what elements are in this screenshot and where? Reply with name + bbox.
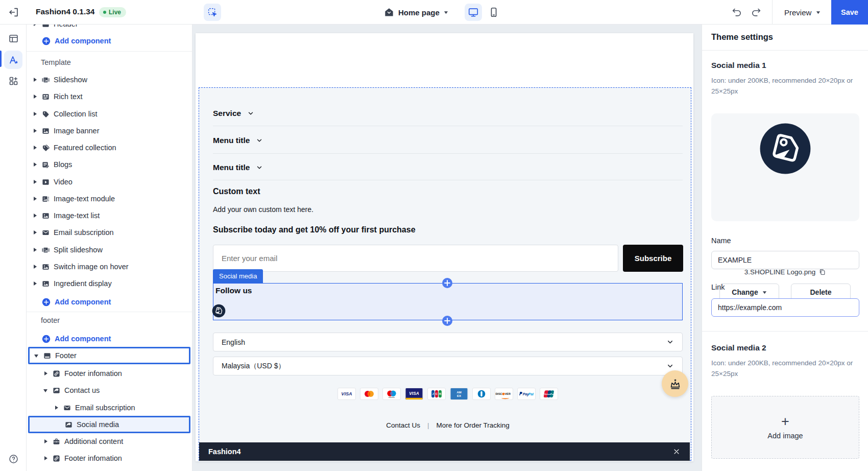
sidebar-item-switch-image-on-hover[interactable]: Switch image on hover <box>27 259 192 274</box>
caret-right-icon[interactable] <box>33 247 38 252</box>
caret-right-icon[interactable] <box>43 371 49 376</box>
sidebar-item-footer[interactable]: Footer <box>28 347 190 364</box>
sidebar-item-label: Split slideshow <box>54 246 103 254</box>
add-block-below-button[interactable] <box>442 315 453 326</box>
sidebar-item-ingredient-display[interactable]: Ingredient display <box>27 276 192 291</box>
close-icon[interactable] <box>672 448 681 456</box>
collapse-editor-button[interactable] <box>8 6 20 18</box>
svg-text:AM: AM <box>456 391 461 394</box>
footer-menu-service[interactable]: Service <box>213 106 254 121</box>
svg-text:C: C <box>436 392 438 395</box>
help-button[interactable] <box>4 450 22 468</box>
theme-design-nav-button[interactable] <box>4 51 22 69</box>
sidebar-item-featured-collection[interactable]: Featured collection <box>27 140 192 155</box>
shopline-logo-social-icon[interactable] <box>212 304 226 318</box>
divider <box>702 331 868 332</box>
rewards-widget-button[interactable] <box>662 370 688 397</box>
add-block-above-button[interactable] <box>442 277 453 289</box>
sidebar-item-slideshow[interactable]: Slideshow <box>27 72 192 87</box>
caret-right-icon[interactable] <box>33 162 38 167</box>
caret-right-icon[interactable] <box>33 25 38 27</box>
help-icon <box>8 454 19 464</box>
caret-down-icon[interactable] <box>34 353 39 358</box>
divider <box>27 312 192 312</box>
mobile-view-button[interactable] <box>485 4 502 21</box>
preview-button[interactable]: Preview <box>784 6 821 19</box>
sidebar-item-blogs[interactable]: Blogs <box>27 157 192 172</box>
caret-right-icon[interactable] <box>43 439 49 444</box>
country-currency-select[interactable]: Malaysia（USD $） <box>213 357 683 375</box>
caret-right-icon[interactable] <box>33 196 38 201</box>
add-component-button[interactable]: Add component <box>27 33 192 49</box>
caret-right-icon[interactable] <box>33 264 38 269</box>
caret-right-icon[interactable] <box>33 111 38 116</box>
name-input[interactable] <box>711 251 859 269</box>
sidebar-item-email-subscription[interactable]: Email subscription <box>27 225 192 240</box>
sidebar-item-contact-us[interactable]: Contact us <box>27 383 192 398</box>
briefcase-icon <box>53 438 60 445</box>
link-icon <box>53 370 60 378</box>
caret-right-icon[interactable] <box>33 179 38 184</box>
chevron-down-icon <box>256 164 263 171</box>
divider <box>213 126 683 126</box>
sidebar-item-header[interactable]: Header <box>27 25 192 32</box>
sidebar-item-label: Footer infomation <box>64 454 122 462</box>
caret-right-icon[interactable] <box>33 94 38 99</box>
caret-right-icon[interactable] <box>43 456 49 461</box>
plus-circle-icon <box>442 315 453 326</box>
change-button-label: Change <box>732 288 758 296</box>
subscribe-button[interactable]: Subscribe <box>623 245 683 272</box>
email-input[interactable] <box>213 245 618 272</box>
caret-right-icon[interactable] <box>33 213 38 218</box>
sidebar-item-footer-infomation[interactable]: Footer infomation <box>27 451 192 466</box>
sidebar-item-image-banner[interactable]: Image banner <box>27 123 192 138</box>
order-tracking-link[interactable]: More for Order Tracking <box>437 421 510 429</box>
sidebar-item-label: Ingredient display <box>54 279 112 288</box>
apps-nav-button[interactable] <box>4 72 22 90</box>
module-icon <box>42 195 50 203</box>
svg-text:UnionPay: UnionPay <box>544 393 554 395</box>
caret-right-icon[interactable] <box>33 281 38 286</box>
add-component-button[interactable]: Add component <box>27 294 192 310</box>
sidebar-item-image-text-list[interactable]: Image-text list <box>27 208 192 223</box>
plus-circle-icon <box>42 335 51 343</box>
add-image-dropzone[interactable]: + Add image <box>711 396 859 459</box>
sidebar-item-video[interactable]: Video <box>27 174 192 190</box>
desktop-view-button[interactable] <box>465 4 482 21</box>
sidebar-item-label: Collection list <box>54 110 97 118</box>
divider <box>213 180 683 180</box>
caret-right-icon[interactable] <box>33 145 38 150</box>
caret-right-icon[interactable] <box>33 77 38 82</box>
select-tool-icon <box>207 7 218 18</box>
redo-button[interactable] <box>751 6 763 18</box>
language-select[interactable]: English <box>213 333 683 351</box>
sidebar-item-email-subscription[interactable]: Email subscription <box>27 400 192 415</box>
save-button[interactable]: Save <box>831 0 868 25</box>
payment-methods-row: VISAmaestroVISAJCBAMEXDISCVERPayPalUnion… <box>213 388 683 400</box>
caret-right-icon[interactable] <box>33 230 38 235</box>
caret-right-icon[interactable] <box>54 405 59 410</box>
link-input[interactable] <box>711 298 859 317</box>
caret-down-icon[interactable] <box>43 388 49 393</box>
sidebar-item-additional-content[interactable]: Additional content <box>27 434 192 449</box>
svg-text:B: B <box>439 392 441 395</box>
copy-icon[interactable] <box>818 268 826 276</box>
sidebar-item-image-text-module[interactable]: Image-text module <box>27 191 192 206</box>
chevron-down-icon <box>256 137 263 144</box>
sidebar-item-footer-infomation[interactable]: Footer infomation <box>27 366 192 381</box>
sidebar-item-social-media[interactable]: Social media <box>28 416 190 433</box>
sidebar-item-rich-text[interactable]: Rich text <box>27 89 192 104</box>
select-tool-button[interactable] <box>204 4 221 21</box>
sections-nav-button[interactable] <box>4 29 22 48</box>
sidebar-item-split-slideshow[interactable]: Split slideshow <box>27 242 192 257</box>
link-field-label: Link <box>711 283 725 291</box>
undo-button[interactable] <box>731 6 743 18</box>
footer-menu-title-1[interactable]: Menu title <box>213 133 263 148</box>
add-component-button[interactable]: Add component <box>27 331 192 346</box>
page-selector[interactable]: Home page <box>384 6 448 19</box>
sidebar-item-collection-list[interactable]: Collection list <box>27 106 192 122</box>
img-icon <box>42 127 50 135</box>
footer-menu-title-2[interactable]: Menu title <box>213 160 263 175</box>
contact-us-link[interactable]: Contact Us <box>386 421 420 429</box>
caret-right-icon[interactable] <box>33 128 38 133</box>
